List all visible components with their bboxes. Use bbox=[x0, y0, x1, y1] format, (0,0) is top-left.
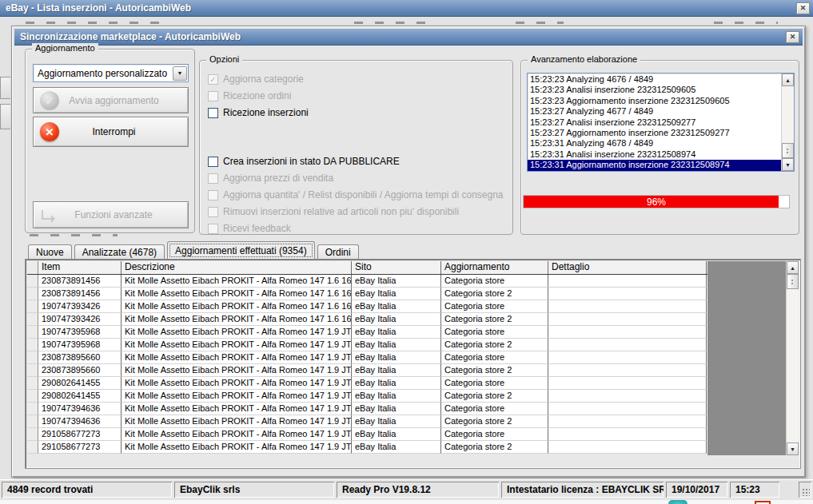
table-cell: Categoria store bbox=[441, 326, 548, 339]
table-row[interactable]: 190747393426Kit Molle Assetto Eibach PRO… bbox=[27, 313, 799, 326]
log-line[interactable]: 15:23:27 Analyzing 4677 / 4849 bbox=[528, 106, 781, 117]
log-line[interactable]: 15:23:31 Analisi inserzione 232312508974 bbox=[528, 149, 781, 160]
scroll-thumb[interactable] bbox=[782, 143, 794, 158]
table-gray-filler bbox=[707, 261, 786, 455]
option-checkbox-label: Ricevi feedback bbox=[223, 223, 291, 234]
table-row[interactable]: 230873891456Kit Molle Assetto Eibach PRO… bbox=[27, 275, 799, 288]
table-cell: Categoria store 2 bbox=[441, 441, 548, 454]
col-header-descrizione[interactable]: Descrizione bbox=[122, 261, 352, 274]
table-cell bbox=[548, 326, 707, 339]
log-line[interactable]: 15:23:23 Analyzing 4676 / 4849 bbox=[528, 74, 781, 85]
results-table[interactable]: Item Descrizione Sito Aggiornamento Dett… bbox=[25, 259, 801, 469]
row-selector-cell bbox=[27, 313, 38, 326]
dialog-titlebar: Sincronizzazione marketplace - Autoricam… bbox=[14, 29, 803, 46]
main-close-icon[interactable]: ✕ bbox=[796, 2, 810, 14]
table-cell: eBay Italia bbox=[352, 390, 441, 403]
table-row[interactable]: 290802641455Kit Molle Assetto Eibach PRO… bbox=[27, 390, 799, 403]
progress-log-list[interactable]: 15:23:23 Analyzing 4676 / 484915:23:23 A… bbox=[527, 73, 795, 172]
table-row[interactable]: 230873895660Kit Molle Assetto Eibach PRO… bbox=[27, 351, 799, 364]
update-type-select[interactable]: Aggiornamento personalizzato ▼ bbox=[33, 64, 189, 82]
log-line[interactable]: 15:23:27 Analisi inserzione 232312509277 bbox=[528, 117, 781, 128]
status-license: Intestatario licenza : EBAYCLIK SRL bbox=[501, 482, 664, 498]
row-selector-cell bbox=[27, 441, 38, 454]
log-line[interactable]: 15:23:31 Analyzing 4678 / 4849 bbox=[528, 138, 781, 149]
table-row[interactable]: 190747394636Kit Molle Assetto Eibach PRO… bbox=[27, 403, 799, 415]
interrupt-button[interactable]: ✕ Interrompi bbox=[33, 117, 189, 147]
table-cell: 291058677273 bbox=[38, 428, 122, 441]
scroll-up-icon[interactable]: ▲ bbox=[787, 261, 799, 274]
table-cell bbox=[548, 300, 707, 313]
log-line[interactable]: 15:23:23 Analisi inserzione 232312509605 bbox=[528, 85, 781, 95]
dialog-close-icon[interactable]: ✕ bbox=[786, 31, 799, 43]
log-scrollbar[interactable]: ▲ ▼ bbox=[781, 73, 794, 171]
table-cell bbox=[548, 441, 707, 454]
main-window-title: eBay - Lista inserzioni - AutoricambiWeb bbox=[0, 2, 796, 14]
table-row[interactable]: 290802641455Kit Molle Assetto Eibach PRO… bbox=[27, 377, 799, 390]
checkbox-checked-icon: ✓ bbox=[208, 74, 218, 85]
option-checkbox-label: Aggiorna prezzi di vendita bbox=[223, 173, 333, 184]
tab-aggiornamenti-effettuati-9354-[interactable]: Aggiornamenti effettuati (9354) bbox=[167, 241, 315, 260]
table-row[interactable]: 291058677273Kit Molle Assetto Eibach PRO… bbox=[27, 428, 799, 441]
interrupt-label: Interrompi bbox=[59, 126, 169, 137]
table-row[interactable]: 190747395968Kit Molle Assetto Eibach PRO… bbox=[27, 339, 799, 351]
tab-bar: NuoveAnalizzate (4678)Aggiornamenti effe… bbox=[28, 240, 588, 260]
table-cell: Kit Molle Assetto Eibach PROKIT - Alfa R… bbox=[122, 390, 352, 403]
row-selector-cell bbox=[27, 300, 38, 313]
option-checkbox-label: Rimuovi inserzioni relative ad articoli … bbox=[223, 206, 459, 217]
table-scrollbar[interactable]: ▲ ▼ bbox=[786, 261, 799, 455]
chevron-down-icon[interactable]: ▼ bbox=[173, 66, 187, 81]
checkbox-icon bbox=[208, 224, 218, 234]
table-row[interactable]: 230873895660Kit Molle Assetto Eibach PRO… bbox=[27, 364, 799, 377]
table-cell: 190747394636 bbox=[38, 415, 122, 428]
col-header-dettaglio[interactable]: Dettaglio bbox=[548, 261, 707, 274]
col-header-aggiornamento[interactable]: Aggiornamento bbox=[441, 261, 548, 274]
option-checkbox-row[interactable]: Ricezione inserzioni bbox=[208, 107, 512, 118]
scroll-track[interactable] bbox=[787, 289, 799, 442]
row-selector-cell bbox=[27, 390, 38, 403]
resize-grip[interactable] bbox=[799, 482, 811, 498]
scroll-down-icon[interactable]: ▼ bbox=[787, 442, 799, 455]
table-cell bbox=[548, 313, 707, 326]
col-header-item[interactable]: Item bbox=[38, 261, 122, 274]
row-selector-cell bbox=[27, 288, 38, 300]
table-cell: eBay Italia bbox=[352, 288, 441, 300]
status-bar: 4849 record trovati EbayClik srls Ready … bbox=[0, 479, 813, 499]
group-opzioni: Opzioni ✓Aggiorna categorieRicezione ord… bbox=[199, 60, 513, 235]
log-line[interactable]: 15:23:27 Aggiornamento inserzione 232312… bbox=[528, 128, 781, 138]
group-opzioni-label: Opzioni bbox=[206, 54, 242, 64]
scroll-track[interactable] bbox=[782, 86, 794, 143]
table-cell bbox=[548, 428, 707, 441]
checkbox-icon[interactable] bbox=[208, 157, 218, 167]
tab-ordini[interactable]: Ordini bbox=[317, 244, 359, 260]
table-cell: Kit Molle Assetto Eibach PROKIT - Alfa R… bbox=[122, 288, 352, 300]
log-line[interactable]: 15:23:23 Aggiornamento inserzione 232312… bbox=[528, 96, 781, 106]
table-cell bbox=[548, 288, 707, 300]
checkbox-icon[interactable] bbox=[208, 108, 218, 118]
row-selector-cell bbox=[27, 403, 38, 415]
start-update-label: Avvia aggiornamento bbox=[59, 95, 169, 106]
scroll-thumb[interactable] bbox=[787, 274, 799, 289]
tab-nuove[interactable]: Nuove bbox=[28, 244, 72, 260]
row-selector-cell bbox=[27, 339, 38, 351]
option-checkbox-label: Aggiorna categorie bbox=[223, 73, 304, 85]
table-row[interactable]: 291058677273Kit Molle Assetto Eibach PRO… bbox=[27, 441, 799, 454]
log-line[interactable]: 15:23:31 Aggiornamento inserzione 232312… bbox=[528, 160, 781, 170]
scroll-down-icon[interactable]: ▼ bbox=[782, 158, 794, 171]
options-checkbox-list: ✓Aggiorna categorieRicezione ordiniRicez… bbox=[200, 61, 512, 234]
table-row[interactable]: 190747394636Kit Molle Assetto Eibach PRO… bbox=[27, 415, 799, 428]
obscured-text-fragment bbox=[30, 234, 118, 236]
option-checkbox-row[interactable]: Crea inserzioni in stato DA PUBBLICARE bbox=[208, 156, 512, 167]
table-cell: Kit Molle Assetto Eibach PROKIT - Alfa R… bbox=[122, 300, 352, 313]
stop-icon: ✕ bbox=[40, 122, 59, 141]
desktop-strip bbox=[0, 500, 813, 504]
scroll-up-icon[interactable]: ▲ bbox=[782, 73, 794, 86]
table-cell: Categoria store 2 bbox=[441, 364, 548, 377]
checkbox-icon bbox=[208, 91, 218, 101]
tab-analizzate-4678-[interactable]: Analizzate (4678) bbox=[74, 244, 165, 260]
table-cell: Categoria store bbox=[441, 351, 548, 364]
table-row[interactable]: 190747395968Kit Molle Assetto Eibach PRO… bbox=[27, 326, 799, 339]
table-cell: Kit Molle Assetto Eibach PROKIT - Alfa R… bbox=[122, 403, 352, 415]
table-row[interactable]: 190747393426Kit Molle Assetto Eibach PRO… bbox=[27, 300, 799, 313]
table-row[interactable]: 230873891456Kit Molle Assetto Eibach PRO… bbox=[27, 288, 799, 300]
col-header-sito[interactable]: Sito bbox=[352, 261, 441, 274]
